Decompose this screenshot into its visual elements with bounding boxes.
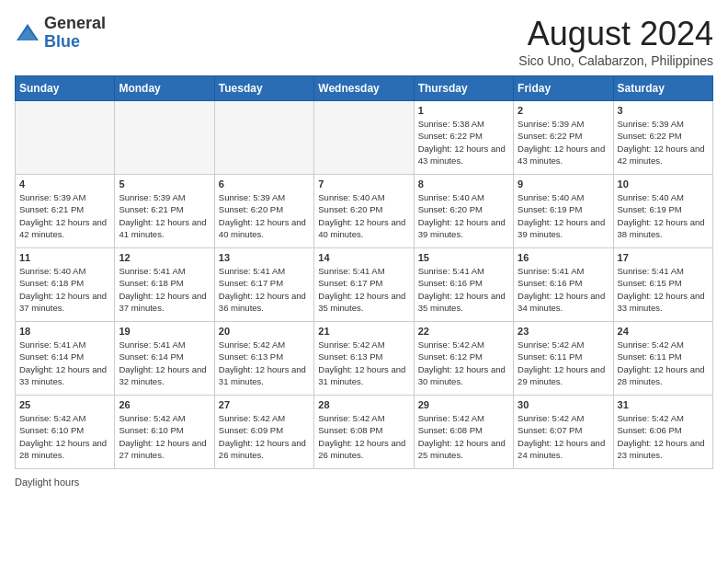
calendar-week-row: 11 Sunrise: 5:40 AMSunset: 6:18 PMDaylig…	[16, 248, 713, 322]
day-info: Sunrise: 5:40 AMSunset: 6:19 PMDaylight:…	[618, 191, 709, 240]
calendar-cell: 21 Sunrise: 5:42 AMSunset: 6:13 PMDaylig…	[314, 322, 414, 396]
calendar-cell: 19 Sunrise: 5:41 AMSunset: 6:14 PMDaylig…	[115, 322, 214, 396]
day-number: 22	[418, 326, 509, 337]
day-info: Sunrise: 5:39 AMSunset: 6:22 PMDaylight:…	[518, 118, 609, 167]
day-number: 12	[119, 252, 210, 263]
calendar-cell	[314, 101, 414, 175]
day-number: 13	[219, 252, 310, 263]
day-info: Sunrise: 5:40 AMSunset: 6:20 PMDaylight:…	[318, 191, 409, 240]
day-number: 7	[318, 178, 409, 190]
day-info: Sunrise: 5:42 AMSunset: 6:09 PMDaylight:…	[219, 412, 310, 461]
calendar-cell: 10 Sunrise: 5:40 AMSunset: 6:19 PMDaylig…	[613, 175, 712, 248]
calendar-cell: 13 Sunrise: 5:41 AMSunset: 6:17 PMDaylig…	[214, 248, 313, 322]
calendar-cell: 4 Sunrise: 5:39 AMSunset: 6:21 PMDayligh…	[16, 175, 115, 248]
calendar-cell	[115, 101, 214, 175]
day-info: Sunrise: 5:41 AMSunset: 6:18 PMDaylight:…	[119, 265, 210, 314]
calendar-cell: 20 Sunrise: 5:42 AMSunset: 6:13 PMDaylig…	[214, 322, 313, 396]
day-info: Sunrise: 5:41 AMSunset: 6:17 PMDaylight:…	[318, 265, 409, 314]
day-number: 14	[318, 252, 409, 263]
day-info: Sunrise: 5:42 AMSunset: 6:11 PMDaylight:…	[618, 339, 709, 387]
day-number: 23	[518, 326, 609, 337]
calendar-table: SundayMondayTuesdayWednesdayThursdayFrid…	[15, 75, 713, 469]
calendar-cell: 5 Sunrise: 5:39 AMSunset: 6:21 PMDayligh…	[115, 175, 214, 248]
logo: General Blue	[15, 15, 106, 52]
day-header-tuesday: Tuesday	[214, 76, 313, 101]
day-number: 28	[318, 399, 409, 410]
location-subtitle: Sico Uno, Calabarzon, Philippines	[518, 53, 713, 68]
logo-general-text: General	[44, 15, 106, 33]
day-number: 10	[618, 178, 709, 190]
day-info: Sunrise: 5:41 AMSunset: 6:17 PMDaylight:…	[219, 265, 310, 314]
calendar-cell: 14 Sunrise: 5:41 AMSunset: 6:17 PMDaylig…	[314, 248, 414, 322]
calendar-week-row: 1 Sunrise: 5:38 AMSunset: 6:22 PMDayligh…	[16, 101, 713, 175]
day-number: 26	[119, 399, 210, 410]
page-header: General Blue August 2024 Sico Uno, Calab…	[15, 15, 713, 68]
day-number: 11	[19, 252, 110, 263]
calendar-cell: 27 Sunrise: 5:42 AMSunset: 6:09 PMDaylig…	[214, 396, 313, 469]
calendar-cell: 17 Sunrise: 5:41 AMSunset: 6:15 PMDaylig…	[613, 248, 712, 322]
day-number: 15	[418, 252, 509, 263]
calendar-cell: 8 Sunrise: 5:40 AMSunset: 6:20 PMDayligh…	[414, 175, 513, 248]
day-info: Sunrise: 5:42 AMSunset: 6:06 PMDaylight:…	[618, 412, 709, 461]
day-number: 25	[19, 399, 110, 410]
day-info: Sunrise: 5:38 AMSunset: 6:22 PMDaylight:…	[418, 118, 509, 167]
day-info: Sunrise: 5:40 AMSunset: 6:18 PMDaylight:…	[19, 265, 110, 314]
day-info: Sunrise: 5:39 AMSunset: 6:21 PMDaylight:…	[19, 191, 110, 240]
calendar-cell: 18 Sunrise: 5:41 AMSunset: 6:14 PMDaylig…	[16, 322, 115, 396]
day-number: 27	[219, 399, 310, 410]
day-info: Sunrise: 5:41 AMSunset: 6:15 PMDaylight:…	[618, 265, 709, 314]
day-header-sunday: Sunday	[16, 76, 115, 101]
month-title: August 2024	[518, 15, 713, 53]
day-number: 5	[119, 178, 210, 190]
calendar-cell: 23 Sunrise: 5:42 AMSunset: 6:11 PMDaylig…	[514, 322, 613, 396]
day-number: 2	[518, 105, 609, 116]
day-info: Sunrise: 5:42 AMSunset: 6:12 PMDaylight:…	[418, 339, 509, 387]
calendar-cell: 30 Sunrise: 5:42 AMSunset: 6:07 PMDaylig…	[514, 396, 613, 469]
calendar-cell: 6 Sunrise: 5:39 AMSunset: 6:20 PMDayligh…	[214, 175, 313, 248]
calendar-cell: 31 Sunrise: 5:42 AMSunset: 6:06 PMDaylig…	[613, 396, 712, 469]
logo-blue-text: Blue	[44, 33, 106, 52]
day-info: Sunrise: 5:42 AMSunset: 6:07 PMDaylight:…	[518, 412, 609, 461]
calendar-cell	[214, 101, 313, 175]
day-info: Sunrise: 5:42 AMSunset: 6:10 PMDaylight:…	[119, 412, 210, 461]
calendar-cell: 26 Sunrise: 5:42 AMSunset: 6:10 PMDaylig…	[115, 396, 214, 469]
day-info: Sunrise: 5:42 AMSunset: 6:10 PMDaylight:…	[19, 412, 110, 461]
calendar-cell: 29 Sunrise: 5:42 AMSunset: 6:08 PMDaylig…	[414, 396, 513, 469]
calendar-cell: 24 Sunrise: 5:42 AMSunset: 6:11 PMDaylig…	[613, 322, 712, 396]
day-number: 1	[418, 105, 509, 116]
calendar-cell: 25 Sunrise: 5:42 AMSunset: 6:10 PMDaylig…	[16, 396, 115, 469]
calendar-cell: 15 Sunrise: 5:41 AMSunset: 6:16 PMDaylig…	[414, 248, 513, 322]
day-number: 20	[219, 326, 310, 337]
day-number: 3	[618, 105, 709, 116]
day-info: Sunrise: 5:42 AMSunset: 6:13 PMDaylight:…	[219, 339, 310, 387]
day-info: Sunrise: 5:41 AMSunset: 6:16 PMDaylight:…	[418, 265, 509, 314]
day-header-monday: Monday	[115, 76, 214, 101]
calendar-cell	[16, 101, 115, 175]
day-info: Sunrise: 5:39 AMSunset: 6:22 PMDaylight:…	[618, 118, 709, 167]
day-info: Sunrise: 5:40 AMSunset: 6:20 PMDaylight:…	[418, 191, 509, 240]
calendar-week-row: 4 Sunrise: 5:39 AMSunset: 6:21 PMDayligh…	[16, 175, 713, 248]
day-info: Sunrise: 5:40 AMSunset: 6:19 PMDaylight:…	[518, 191, 609, 240]
day-number: 17	[618, 252, 709, 263]
day-number: 30	[518, 399, 609, 410]
day-info: Sunrise: 5:41 AMSunset: 6:14 PMDaylight:…	[119, 339, 210, 387]
day-number: 6	[219, 178, 310, 190]
day-header-friday: Friday	[514, 76, 613, 101]
calendar-week-row: 25 Sunrise: 5:42 AMSunset: 6:10 PMDaylig…	[16, 396, 713, 469]
day-header-wednesday: Wednesday	[314, 76, 414, 101]
day-info: Sunrise: 5:42 AMSunset: 6:11 PMDaylight:…	[518, 339, 609, 387]
calendar-cell: 28 Sunrise: 5:42 AMSunset: 6:08 PMDaylig…	[314, 396, 414, 469]
calendar-cell: 12 Sunrise: 5:41 AMSunset: 6:18 PMDaylig…	[115, 248, 214, 322]
logo-icon	[15, 20, 40, 46]
calendar-cell: 22 Sunrise: 5:42 AMSunset: 6:12 PMDaylig…	[414, 322, 513, 396]
calendar-cell: 11 Sunrise: 5:40 AMSunset: 6:18 PMDaylig…	[16, 248, 115, 322]
day-info: Sunrise: 5:41 AMSunset: 6:14 PMDaylight:…	[19, 339, 110, 387]
day-number: 8	[418, 178, 509, 190]
day-number: 9	[518, 178, 609, 190]
title-block: August 2024 Sico Uno, Calabarzon, Philip…	[518, 15, 713, 68]
day-number: 21	[318, 326, 409, 337]
calendar-cell: 1 Sunrise: 5:38 AMSunset: 6:22 PMDayligh…	[414, 101, 513, 175]
day-number: 19	[119, 326, 210, 337]
day-info: Sunrise: 5:42 AMSunset: 6:13 PMDaylight:…	[318, 339, 409, 387]
day-info: Sunrise: 5:42 AMSunset: 6:08 PMDaylight:…	[418, 412, 509, 461]
